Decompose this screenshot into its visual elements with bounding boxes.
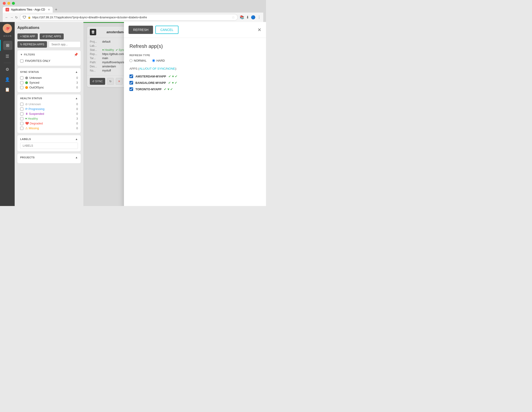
- lock-icon: 🔒: [28, 16, 31, 19]
- reload-button[interactable]: ↻: [15, 16, 18, 19]
- filters-header: ▼ FILTERS 📌: [20, 53, 78, 56]
- favorites-checkbox[interactable]: [20, 59, 23, 63]
- health-degraded-row: 💔 Degraded 0: [20, 121, 78, 126]
- download-icon: ⬇: [246, 15, 249, 19]
- extensions-icon: ⋮: [257, 15, 261, 19]
- radio-normal-label: NORMAL: [134, 59, 147, 62]
- nav-settings-button[interactable]: ⚙: [3, 65, 12, 74]
- health-missing-row: ⚠ Missing 0: [20, 126, 78, 131]
- new-app-button[interactable]: + NEW APP: [17, 33, 38, 39]
- health-unknown-checkbox[interactable]: [20, 103, 23, 106]
- minimize-window-button[interactable]: [7, 2, 10, 5]
- apps-none-link[interactable]: NONE: [167, 67, 175, 70]
- sync-synced-count: 3: [76, 81, 78, 84]
- health-unknown-count: 0: [76, 103, 78, 106]
- labels-input[interactable]: [20, 143, 78, 149]
- tab-favicon-icon: A: [6, 8, 9, 11]
- sync-synced-label: Synced: [25, 81, 75, 84]
- health-status-header[interactable]: HEALTH STATUS ▲: [20, 97, 78, 100]
- dialog-cancel-button[interactable]: CANCEL: [155, 26, 179, 34]
- sync-outofsync-row: OutOfSync 0: [20, 85, 78, 90]
- radio-hard-label: HARD: [156, 59, 165, 62]
- toronto-sync-icon: ✔: [164, 87, 167, 91]
- radio-normal-option[interactable]: NORMAL: [129, 59, 147, 62]
- apps-all-link[interactable]: ALL: [139, 67, 144, 70]
- sync-apps-button[interactable]: ↺ SYNC APPS: [40, 33, 64, 39]
- sync-unknown-checkbox[interactable]: [20, 76, 23, 79]
- nav-user-button[interactable]: 👤: [3, 75, 12, 84]
- address-bar[interactable]: 🛡 🔒 https://167.99.19.77/applications?pr…: [20, 14, 238, 21]
- sync-outofsync-count: 0: [76, 86, 78, 89]
- dialog-body: Refresh app(s) REFRESH TYPE NORMAL HARD: [124, 38, 266, 206]
- close-window-button[interactable]: [3, 2, 6, 5]
- radio-hard-option[interactable]: HARD: [152, 59, 165, 62]
- projects-title: PROJECTS: [20, 156, 35, 159]
- health-progressing-label: ⟳ Progressing: [25, 107, 75, 111]
- health-unknown-label: ⊘ Unknown: [25, 102, 75, 106]
- app-toronto-checkbox[interactable]: [129, 87, 133, 91]
- app-item-bangalore: BANGALORE-MYAPP ✔ ♥ ✔: [129, 79, 260, 86]
- dialog-close-button[interactable]: ✕: [257, 27, 261, 33]
- health-degraded-checkbox[interactable]: [20, 122, 23, 125]
- health-progressing-count: 0: [76, 107, 78, 111]
- projects-chevron: ▲: [75, 156, 78, 159]
- url-text: https://167.99.19.77/applications?proj=&…: [32, 16, 147, 19]
- search-input[interactable]: [49, 41, 81, 48]
- app-items-list: AMSTERDAM-MYAPP ✔ ♥ ✔ BANGALORE-MYAPP: [129, 73, 260, 92]
- dialog-actions: REFRESH CANCEL: [129, 26, 179, 34]
- sync-synced-checkbox[interactable]: [20, 81, 23, 84]
- sync-unknown-count: 0: [76, 76, 78, 79]
- bookmark-icon: ☆: [232, 15, 235, 19]
- health-status-card: HEALTH STATUS ▲ ⊘ Unknown 0 ⟳ Progressin…: [17, 94, 81, 133]
- health-healthy-count: 3: [76, 117, 78, 120]
- pin-button[interactable]: 📌: [74, 53, 78, 56]
- health-progressing-checkbox[interactable]: [20, 107, 23, 111]
- back-button[interactable]: ←: [5, 16, 8, 19]
- projects-card: PROJECTS ▲: [17, 153, 81, 163]
- app-amsterdam-name: AMSTERDAM-MYAPP: [135, 75, 166, 78]
- dialog-refresh-button[interactable]: REFRESH: [129, 26, 153, 34]
- health-status-title: HEALTH STATUS: [20, 97, 42, 100]
- sync-status-chevron: ▲: [75, 70, 78, 74]
- radio-normal-input[interactable]: [129, 59, 133, 62]
- forward-button[interactable]: →: [10, 16, 13, 19]
- health-healthy-label: ♥ Healthy: [25, 117, 75, 120]
- radio-hard-input[interactable]: [152, 59, 155, 62]
- health-suspended-label: ⏸ Suspended: [25, 112, 75, 115]
- health-suspended-checkbox[interactable]: [20, 112, 23, 115]
- app-bangalore-checkbox[interactable]: [129, 81, 133, 85]
- app-item-toronto: TORONTO-MYAPP ✔ ♥ ✔: [129, 86, 260, 92]
- nav-apps-button[interactable]: ⊞: [3, 41, 12, 50]
- app-toronto-icons: ✔ ♥ ✔: [164, 87, 173, 91]
- health-status-chevron: ▲: [75, 97, 78, 100]
- sync-outofsync-checkbox[interactable]: [20, 86, 23, 89]
- refresh-type-label: REFRESH TYPE: [129, 54, 260, 57]
- toronto-status-icon: ✔: [170, 87, 173, 91]
- tab-close-button[interactable]: ✕: [48, 8, 50, 11]
- apps-out-of-sync-link[interactable]: OUT OF SYNC: [145, 67, 166, 70]
- sync-status-header[interactable]: SYNC STATUS ▲: [20, 70, 78, 74]
- maximize-window-button[interactable]: [12, 2, 15, 5]
- sidebar-title: Applications: [17, 25, 81, 31]
- sync-synced-icon: [25, 81, 28, 84]
- amsterdam-sync-icon: ✔: [168, 75, 171, 78]
- nav-layers-button[interactable]: ☰: [3, 52, 12, 61]
- labels-header[interactable]: LABELS ▲: [20, 137, 78, 141]
- app-item-amsterdam: AMSTERDAM-MYAPP ✔ ♥ ✔: [129, 73, 260, 79]
- avatar: 🐙: [3, 24, 12, 33]
- health-healthy-checkbox[interactable]: [20, 117, 23, 120]
- favorites-row: FAVORITES ONLY: [20, 58, 78, 64]
- health-missing-checkbox[interactable]: [20, 127, 23, 130]
- refresh-apps-button[interactable]: ↻ REFRESH APPS: [17, 41, 47, 48]
- sidebar: Applications + NEW APP ↺ SYNC APPS ↻ REF…: [15, 22, 83, 206]
- dialog-header: REFRESH CANCEL ✕: [124, 22, 266, 38]
- new-tab-button[interactable]: +: [53, 7, 59, 13]
- labels-card: LABELS ▲: [17, 135, 81, 151]
- version-label: v2.3.1+b: [3, 35, 11, 37]
- health-suspended-row: ⏸ Suspended 0: [20, 111, 78, 116]
- sync-unknown-icon: [25, 77, 28, 79]
- nav-docs-button[interactable]: 📋: [3, 85, 12, 94]
- browser-tab[interactable]: A Applications Tiles - Argo CD ✕: [3, 7, 53, 13]
- app-amsterdam-checkbox[interactable]: [129, 75, 133, 78]
- projects-header[interactable]: PROJECTS ▲: [20, 156, 78, 159]
